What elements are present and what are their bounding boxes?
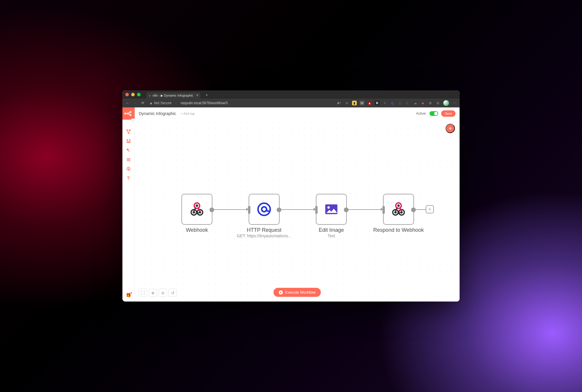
execute-label: Execute Workflow (285, 290, 316, 295)
zoom-out-button[interactable]: ⊖ (159, 289, 167, 297)
webhook-icon (391, 202, 406, 217)
svg-point-1 (127, 113, 129, 114)
warning-icon: ▲ (149, 101, 153, 105)
collections-icon[interactable]: ⧉ (436, 101, 440, 105)
edge (414, 209, 426, 210)
minimize-window-button[interactable] (131, 93, 135, 96)
close-tab-icon[interactable]: ✕ (196, 93, 199, 97)
browser-addressbar: ← → ⟳ ▲ Not Secure | rasputin.local:5678… (122, 99, 460, 107)
separator: | (176, 101, 176, 105)
svg-point-0 (124, 113, 126, 114)
more-icon[interactable]: ⋯ (452, 101, 457, 105)
input-port[interactable] (382, 206, 385, 214)
svg-point-6 (128, 133, 129, 134)
svg-point-16 (196, 204, 198, 207)
favorite-icon[interactable]: ✩ (344, 101, 349, 105)
output-port[interactable] (411, 208, 416, 212)
svg-point-5 (129, 130, 131, 131)
node-title: Respond to Webhook (369, 227, 428, 233)
sidebar-workflows-icon[interactable] (126, 129, 131, 134)
ext-icon[interactable]: R (375, 101, 380, 105)
execute-workflow-button[interactable]: Execute Workflow (273, 288, 321, 297)
tab-favicon: ∞ (149, 94, 151, 97)
node-title: HTTP Request (235, 227, 293, 233)
node-title: Edit Image (302, 227, 361, 233)
reload-button[interactable]: ⟳ (141, 101, 145, 105)
output-port[interactable] (277, 208, 281, 212)
close-window-button[interactable] (125, 93, 129, 96)
node-webhook[interactable] (181, 194, 212, 225)
svg-point-7 (127, 140, 128, 141)
back-button[interactable]: ← (125, 101, 130, 105)
save-button[interactable]: Save (441, 110, 455, 117)
sidebar-templates-icon[interactable] (126, 138, 131, 144)
svg-point-22 (327, 206, 330, 209)
add-node-fab[interactable]: + (446, 124, 455, 133)
node-edit-image[interactable] (316, 194, 347, 225)
ext-icon[interactable]: ◈ (420, 101, 425, 105)
browser-titlebar: ∞ n8n - ▶ Dynamic Infographic ✕ + (122, 90, 460, 99)
sidebar-help-icon[interactable]: ? (126, 176, 131, 181)
url-text[interactable]: rasputin.local:5678/workflow/3 (181, 101, 228, 105)
ext-icon[interactable]: ⌷ (398, 101, 402, 105)
ext-icon[interactable]: ⚙ (428, 101, 433, 105)
output-port[interactable] (344, 208, 349, 212)
webhook-icon (190, 202, 204, 217)
active-label: Active: (416, 111, 427, 116)
window-controls (125, 93, 141, 96)
svg-point-27 (394, 211, 396, 213)
node-respond-to-webhook[interactable] (383, 194, 414, 225)
n8n-app: › ? 🎁 Dynamic Infographic + Add t (122, 107, 460, 302)
svg-rect-11 (127, 150, 129, 152)
browser-window: ∞ n8n - ▶ Dynamic Infographic ✕ + ← → ⟳ … (122, 90, 460, 302)
add-tag-button[interactable]: + Add tag (181, 112, 195, 115)
ext-icon[interactable]: W (360, 101, 364, 105)
svg-point-2 (130, 111, 131, 113)
node-subtitle: GET: https://tinyautomations... (235, 234, 293, 238)
security-label: Not Secure (154, 101, 172, 105)
ext-icon[interactable]: ▮ (352, 101, 357, 105)
workflow-topbar: Dynamic Infographic + Add tag Active: Sa… (135, 107, 460, 120)
svg-point-12 (128, 168, 129, 170)
output-port[interactable] (209, 208, 214, 212)
new-tab-button[interactable]: + (206, 93, 208, 97)
sidebar-settings-icon[interactable] (126, 166, 131, 172)
sidebar-executions-icon[interactable] (126, 157, 131, 162)
play-icon (279, 290, 283, 295)
ext-icon[interactable]: () (390, 101, 395, 105)
append-node-button[interactable]: + (426, 205, 434, 213)
svg-point-28 (400, 211, 403, 213)
fit-view-button[interactable]: ⛶ (139, 289, 147, 297)
forward-button[interactable]: → (133, 101, 138, 105)
edge (280, 209, 318, 210)
profile-avatar[interactable] (443, 100, 449, 106)
edge (347, 209, 385, 210)
reset-zoom-button[interactable]: ↺ (169, 289, 177, 297)
ext-icon[interactable]: ✎ (382, 101, 387, 105)
workflow-canvas[interactable]: Webhook HTTP Request GET: https://tinyau… (135, 120, 460, 302)
ext-icon[interactable]: ▲ (367, 101, 372, 105)
edge (212, 209, 250, 210)
ext-icon[interactable]: A⁺ (337, 101, 342, 105)
svg-point-3 (130, 114, 131, 116)
input-port[interactable] (315, 206, 318, 214)
sidebar-gift-icon[interactable]: 🎁 (126, 293, 131, 297)
svg-point-4 (127, 130, 128, 131)
security-indicator[interactable]: ▲ Not Secure (149, 101, 172, 105)
svg-point-17 (193, 211, 195, 213)
maximize-window-button[interactable] (137, 93, 141, 96)
input-port[interactable] (248, 206, 250, 214)
zoom-in-button[interactable]: ⊕ (149, 289, 157, 297)
node-http-request[interactable] (249, 194, 280, 225)
canvas-tools: ⛶ ⊕ ⊖ ↺ (139, 289, 177, 297)
active-toggle[interactable] (429, 111, 438, 116)
n8n-logo[interactable] (122, 107, 135, 120)
browser-tab[interactable]: ∞ n8n - ▶ Dynamic Infographic ✕ (146, 92, 200, 99)
browser-extensions: A⁺ ✩ ▮ W ▲ R ✎ () ⌷ ☾ ☁ ◈ ⚙ ⧉ ⋯ (337, 100, 457, 106)
ext-icon[interactable]: ☁ (413, 101, 418, 105)
svg-point-19 (258, 203, 270, 215)
workflow-name[interactable]: Dynamic Infographic (139, 111, 176, 116)
ext-icon[interactable]: ☾ (405, 101, 410, 105)
sidebar-credentials-icon[interactable] (126, 148, 131, 153)
at-sign-icon (257, 202, 271, 217)
